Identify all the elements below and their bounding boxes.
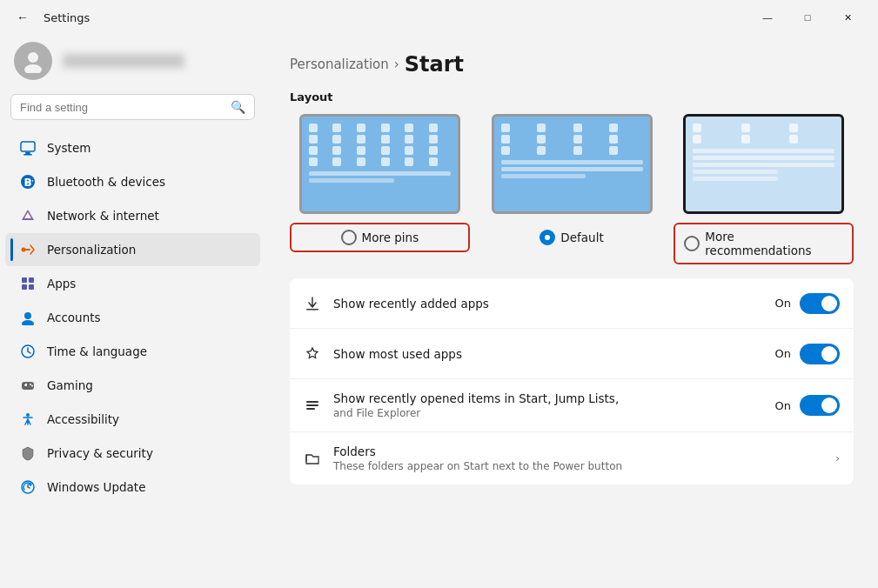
- svg-rect-2: [21, 142, 35, 151]
- most-used-right: On: [775, 344, 840, 364]
- sidebar-item-label-accounts: Accounts: [47, 311, 101, 324]
- default-radio[interactable]: Default: [482, 223, 662, 252]
- svg-point-17: [22, 320, 34, 325]
- maximize-button[interactable]: □: [788, 3, 828, 31]
- sidebar-item-accounts[interactable]: Accounts: [5, 301, 260, 334]
- folders-chevron: ›: [835, 452, 840, 464]
- recently-opened-toggle[interactable]: [800, 395, 840, 416]
- svg-text:B: B: [24, 177, 32, 189]
- close-button[interactable]: ✕: [828, 3, 868, 31]
- sidebar-item-network[interactable]: Network & internet: [5, 199, 260, 232]
- sidebar-item-label-gaming: Gaming: [47, 378, 93, 392]
- settings-window: ← Settings — □ ✕ 🔍: [0, 0, 878, 588]
- layout-card-img-more-rec: [683, 114, 844, 214]
- more-pins-label: More pins: [362, 231, 419, 244]
- minimize-button[interactable]: —: [747, 3, 788, 31]
- recently-added-toggle[interactable]: [800, 293, 840, 314]
- layout-card-more-pins: More pins: [290, 114, 470, 264]
- sidebar-item-time[interactable]: Time & language: [5, 335, 260, 368]
- breadcrumb-parent: Personalization: [290, 57, 389, 72]
- settings-item-recently-added: Show recently added apps On: [290, 278, 854, 329]
- svg-rect-12: [22, 277, 27, 283]
- update-icon: [19, 478, 37, 496]
- accessibility-icon: [19, 411, 37, 428]
- svg-rect-13: [29, 277, 34, 283]
- profile-name: [63, 54, 184, 68]
- recently-opened-sublabel: and File Explorer: [333, 407, 763, 419]
- search-box[interactable]: 🔍: [10, 94, 255, 120]
- sidebar-item-apps[interactable]: Apps: [5, 267, 260, 300]
- recently-opened-status: On: [775, 399, 791, 412]
- svg-rect-30: [306, 408, 315, 410]
- default-label: Default: [560, 231, 603, 244]
- recently-opened-label: Show recently opened items in Start, Jum…: [333, 391, 763, 405]
- sidebar-item-label-bluetooth: Bluetooth & devices: [47, 175, 165, 189]
- sidebar-item-label-accessibility: Accessibility: [47, 412, 119, 426]
- sidebar-item-personalization[interactable]: Personalization: [5, 233, 260, 266]
- titlebar-title: Settings: [44, 11, 90, 24]
- svg-rect-4: [23, 154, 32, 156]
- breadcrumb-current: Start: [405, 52, 464, 77]
- breadcrumb-separator: ›: [394, 57, 399, 72]
- system-icon: [19, 139, 37, 157]
- svg-rect-14: [22, 284, 27, 290]
- bluetooth-icon: +" B: [19, 173, 37, 190]
- svg-rect-21: [25, 384, 27, 386]
- avatar: [14, 42, 52, 80]
- recently-added-label: Show recently added apps: [333, 297, 763, 311]
- settings-item-folders[interactable]: Folders These folders appear on Start ne…: [290, 432, 854, 484]
- most-used-toggle[interactable]: [800, 344, 840, 364]
- sidebar-item-label-update: Windows Update: [47, 480, 145, 494]
- sidebar-item-gaming[interactable]: Gaming: [5, 369, 260, 402]
- svg-point-0: [28, 52, 38, 63]
- svg-rect-3: [25, 152, 30, 154]
- most-used-label: Show most used apps: [333, 347, 763, 361]
- svg-point-22: [30, 384, 31, 385]
- folders-label: Folders: [333, 444, 823, 458]
- layout-card-img-default: [492, 114, 653, 214]
- layout-section-title: Layout: [290, 90, 854, 104]
- recently-added-right: On: [775, 293, 840, 314]
- back-button[interactable]: ←: [10, 5, 35, 30]
- sidebar-item-privacy[interactable]: Privacy & security: [5, 437, 260, 470]
- layout-card-default: Default: [482, 114, 662, 264]
- folders-right: ›: [835, 452, 840, 464]
- svg-rect-28: [306, 401, 318, 403]
- more-pins-radio[interactable]: More pins: [290, 223, 470, 252]
- layout-cards: More pins: [290, 114, 854, 264]
- sidebar-item-bluetooth[interactable]: +" B Bluetooth & devices: [5, 165, 260, 198]
- recently-opened-icon: [304, 397, 321, 414]
- folders-icon: [304, 450, 321, 467]
- folders-text: Folders These folders appear on Start ne…: [333, 444, 823, 472]
- recently-added-icon: [304, 295, 321, 312]
- recently-added-text: Show recently added apps: [333, 297, 763, 311]
- sidebar-item-label-system: System: [47, 141, 90, 155]
- sidebar-item-label-time: Time & language: [47, 344, 147, 358]
- sidebar-item-system[interactable]: System: [5, 131, 260, 164]
- sidebar-item-update[interactable]: Windows Update: [5, 471, 260, 504]
- recently-opened-text: Show recently opened items in Start, Jum…: [333, 391, 763, 419]
- titlebar: ← Settings — □ ✕: [0, 0, 878, 35]
- sidebar-profile: [0, 35, 265, 94]
- svg-rect-29: [306, 404, 318, 406]
- recently-added-status: On: [775, 297, 791, 310]
- more-rec-radio-circle: [684, 236, 700, 251]
- network-icon: [19, 207, 37, 224]
- sidebar-item-accessibility[interactable]: Accessibility: [5, 403, 260, 436]
- titlebar-controls: — □ ✕: [747, 3, 868, 31]
- svg-rect-15: [29, 284, 34, 290]
- svg-point-11: [22, 248, 26, 252]
- svg-point-24: [26, 413, 30, 417]
- most-used-icon: [304, 345, 321, 363]
- more-rec-radio[interactable]: More recommendations: [674, 223, 854, 264]
- breadcrumb: Personalization › Start: [290, 52, 854, 77]
- search-input[interactable]: [20, 101, 224, 114]
- gaming-icon: [19, 377, 37, 394]
- settings-item-most-used: Show most used apps On: [290, 329, 854, 379]
- svg-point-16: [24, 312, 31, 319]
- sidebar: 🔍 System: [0, 35, 265, 588]
- accounts-icon: [19, 309, 37, 326]
- time-icon: [19, 343, 37, 360]
- sidebar-item-label-privacy: Privacy & security: [47, 446, 153, 460]
- apps-icon: [19, 275, 37, 292]
